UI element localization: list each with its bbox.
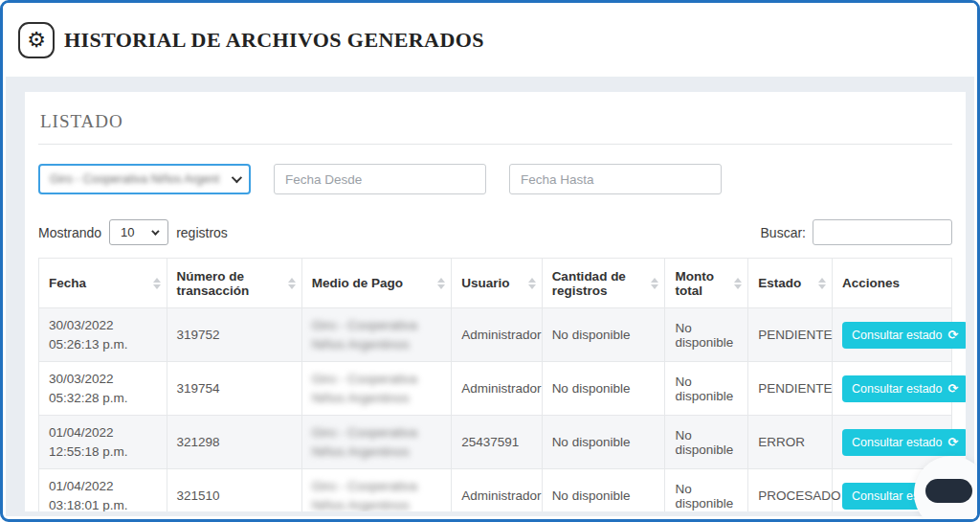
- page-size-select[interactable]: 10: [109, 219, 168, 245]
- gear-box: ⚙: [18, 22, 55, 58]
- table-row: 01/04/202212:55:18 p.m. 321298 Giro - Co…: [39, 416, 952, 469]
- col-header-numero-transaccion[interactable]: Número de transacción: [167, 259, 301, 308]
- sync-icon: ⟳: [948, 329, 959, 341]
- col-header-estado[interactable]: Estado: [748, 259, 833, 308]
- fecha-hasta-input[interactable]: [509, 164, 722, 194]
- page-length-control: Mostrando 10 registros: [38, 219, 228, 245]
- sort-icon[interactable]: [818, 278, 826, 289]
- cell-fecha: 30/03/202205:26:13 p.m.: [39, 308, 167, 362]
- cell-estado: PENDIENTE: [748, 308, 833, 362]
- sort-icon[interactable]: [437, 278, 445, 289]
- cell-cantidad: No disponible: [542, 469, 665, 511]
- listado-card: LISTADO Giro - Cooperativa Niños Argent …: [25, 92, 966, 511]
- cell-usuario: Administrador: [452, 362, 542, 416]
- gear-icon: ⚙: [27, 30, 46, 51]
- cell-monto: No disponible: [665, 308, 748, 362]
- table-header-row: Fecha Número de transacción Medio de Pag…: [39, 259, 952, 308]
- cell-numero: 319754: [167, 362, 301, 416]
- consultar-estado-button[interactable]: Consultar estado⟳: [842, 322, 966, 349]
- cell-fecha: 30/03/202205:32:28 p.m.: [39, 362, 167, 416]
- cell-medio-pago: Giro - Cooperativa Niños Argentinos: [301, 308, 451, 362]
- page-size-value: 10: [121, 225, 134, 239]
- cell-estado: ERROR: [748, 416, 833, 469]
- chevron-down-icon: [152, 227, 160, 235]
- col-header-usuario[interactable]: Usuario: [452, 259, 542, 308]
- filter-row: Giro - Cooperativa Niños Argent: [38, 164, 952, 194]
- cell-acciones: Consultar estado⟳: [832, 362, 951, 416]
- sort-icon[interactable]: [651, 278, 658, 289]
- app-window: ⚙ HISTORIAL DE ARCHIVOS GENERADOS LISTAD…: [0, 0, 980, 522]
- search-control: Buscar:: [761, 219, 952, 245]
- cell-monto: No disponible: [665, 362, 748, 416]
- card-title: LISTADO: [40, 111, 952, 132]
- files-history-table: Fecha Número de transacción Medio de Pag…: [38, 258, 952, 511]
- cell-cantidad: No disponible: [542, 416, 665, 469]
- cell-estado: PENDIENTE: [748, 362, 833, 416]
- consultar-estado-button[interactable]: Consultar estado⟳: [842, 429, 966, 456]
- col-header-cantidad-registros[interactable]: Cantidad de registros: [542, 259, 665, 308]
- sync-icon: ⟳: [948, 382, 959, 395]
- cell-acciones: Consultar estado⟳: [832, 308, 951, 362]
- search-input[interactable]: [813, 219, 952, 245]
- sync-icon: ⟳: [948, 436, 959, 448]
- cell-medio-pago: Giro - Cooperativa Niños Argentinos: [301, 416, 451, 469]
- cell-cantidad: No disponible: [542, 308, 665, 362]
- cell-numero: 321510: [167, 469, 301, 511]
- fecha-desde-input[interactable]: [274, 164, 486, 194]
- chat-widget-button[interactable]: [925, 479, 972, 503]
- col-header-acciones: Acciones: [832, 259, 951, 308]
- cell-monto: No disponible: [665, 416, 748, 469]
- col-header-monto-total[interactable]: Monto total: [665, 259, 748, 308]
- cell-monto: No disponible: [665, 469, 748, 511]
- table-row: 01/04/202203:18:01 p.m. 321510 Giro - Co…: [39, 469, 952, 511]
- cell-usuario: 25437591: [452, 416, 542, 469]
- payment-method-selected-value: Giro - Cooperativa Niños Argent: [50, 172, 219, 186]
- cell-fecha: 01/04/202212:55:18 p.m.: [39, 416, 167, 469]
- consultar-estado-button[interactable]: Consultar estado⟳: [842, 375, 966, 402]
- cell-numero: 319752: [167, 308, 301, 362]
- sort-icon[interactable]: [153, 278, 161, 289]
- registros-label: registros: [176, 225, 228, 240]
- table-row: 30/03/202205:26:13 p.m. 319752 Giro - Co…: [39, 308, 952, 362]
- sort-icon[interactable]: [528, 278, 536, 289]
- col-header-medio-de-pago[interactable]: Medio de Pago: [301, 259, 451, 308]
- divider: [38, 144, 952, 145]
- col-header-fecha[interactable]: Fecha: [39, 259, 167, 308]
- page-header: ⚙ HISTORIAL DE ARCHIVOS GENERADOS: [3, 3, 977, 77]
- cell-medio-pago: Giro - Cooperativa Niños Argentinos: [301, 362, 451, 416]
- cell-numero: 321298: [167, 416, 301, 469]
- table-row: 30/03/202205:32:28 p.m. 319754 Giro - Co…: [39, 362, 952, 416]
- cell-usuario: Administrador: [452, 308, 542, 362]
- chevron-down-icon: [232, 172, 242, 183]
- cell-cantidad: No disponible: [542, 362, 665, 416]
- payment-method-select[interactable]: Giro - Cooperativa Niños Argent: [38, 164, 251, 194]
- sort-icon[interactable]: [288, 278, 296, 289]
- sort-icon[interactable]: [734, 278, 742, 289]
- showing-label: Mostrando: [38, 225, 101, 240]
- page-title: HISTORIAL DE ARCHIVOS GENERADOS: [64, 28, 484, 53]
- cell-usuario: Administrador: [452, 469, 542, 511]
- content-panel: LISTADO Giro - Cooperativa Niños Argent …: [6, 77, 974, 516]
- search-label: Buscar:: [761, 225, 806, 240]
- cell-fecha: 01/04/202203:18:01 p.m.: [39, 469, 167, 511]
- table-controls: Mostrando 10 registros Buscar:: [38, 219, 952, 245]
- cell-estado: PROCESADO: [748, 469, 833, 511]
- cell-medio-pago: Giro - Cooperativa Niños Argentinos: [301, 469, 451, 511]
